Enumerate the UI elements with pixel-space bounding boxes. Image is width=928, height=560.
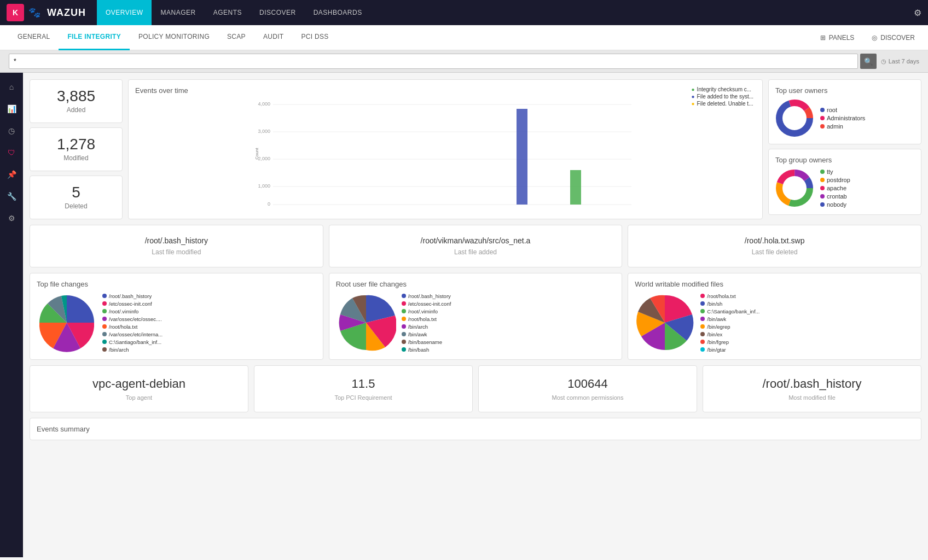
filter-search-button[interactable]: 🔍	[860, 54, 877, 69]
top-pci-value: 11.5	[263, 377, 463, 391]
svg-text:Count: Count	[254, 148, 259, 160]
top-user-owners-title: Top user owners	[775, 86, 914, 95]
panels-grid-icon: ⊞	[820, 34, 826, 42]
last-file-modified-path: /root/.bash_history	[39, 236, 314, 245]
discover-icon: ◎	[872, 34, 877, 42]
top-pci-label: Top PCI Requirement	[263, 394, 463, 401]
svg-text:3,000: 3,000	[258, 129, 270, 134]
filter-input[interactable]	[9, 54, 858, 69]
last-file-modified-desc: Last file modified	[39, 248, 314, 256]
nav-item-dashboards[interactable]: DASHBOARDS	[305, 0, 371, 25]
clock-icon: ◷	[881, 58, 886, 65]
tab-policy-monitoring[interactable]: POLICY MONITORING	[130, 25, 218, 50]
svg-point-24	[786, 109, 803, 127]
most-common-permissions-card: 100644 Most common permissions	[478, 365, 697, 412]
second-nav-right: ⊞ PANELS ◎ DISCOVER	[816, 32, 919, 44]
discover-button[interactable]: ◎ DISCOVER	[867, 32, 919, 44]
nav-item-discover[interactable]: DISCOVER	[251, 0, 305, 25]
stat-deleted-label: Deleted	[39, 202, 113, 210]
nav-item-overview[interactable]: OVERVIEW	[97, 0, 152, 25]
last-file-deleted-desc: Last file deleted	[637, 248, 912, 256]
paw-icon: 🐾	[28, 7, 40, 19]
most-modified-file-value: /root/.bash_history	[712, 377, 912, 391]
last-file-added-card: /root/vikman/wazuh/src/os_net.a Last fil…	[329, 225, 623, 267]
top-file-changes-legend: /root/.bash_history /etc/ossec-init.conf…	[102, 293, 316, 353]
settings-gear-icon[interactable]: ⚙	[914, 8, 921, 18]
main-layout: ⌂ 📊 ◷ 🛡 📌 🔧 ⚙ 3,885 Added 1,278 Modified…	[0, 73, 928, 557]
main-content: 3,885 Added 1,278 Modified 5 Deleted Eve…	[23, 73, 928, 557]
top-user-owners-legend: root Administrators admin	[820, 107, 865, 130]
most-common-permissions-label: Most common permissions	[488, 394, 688, 401]
svg-text:1,000: 1,000	[258, 183, 270, 189]
sidebar-pin-icon[interactable]: 📌	[2, 165, 21, 184]
panels-button[interactable]: ⊞ PANELS	[816, 32, 859, 44]
time-range-indicator: ◷ Last 7 days	[881, 58, 919, 65]
sidebar-home-icon[interactable]: ⌂	[2, 77, 21, 97]
nav-item-manager[interactable]: MANAGER	[152, 0, 204, 25]
top-file-changes-pie	[37, 293, 97, 353]
second-navbar: GENERAL FILE INTEGRITY POLICY MONITORING…	[0, 25, 928, 50]
top-nav-items: OVERVIEW MANAGER AGENTS DISCOVER DASHBOA…	[97, 0, 914, 25]
most-modified-file-card: /root/.bash_history Most modified file	[703, 365, 921, 412]
top-pci-card: 11.5 Top PCI Requirement	[254, 365, 473, 412]
top-navbar: K 🐾 WAZUH OVERVIEW MANAGER AGENTS DISCOV…	[0, 0, 928, 25]
most-modified-file-label: Most modified file	[712, 394, 912, 401]
top-file-changes-title: Top file changes	[37, 280, 316, 288]
last-file-deleted-card: /root/.hola.txt.swp Last file deleted	[628, 225, 921, 267]
top-file-changes-panel: Top file changes /root/.bash_	[30, 273, 323, 360]
tab-file-integrity[interactable]: FILE INTEGRITY	[59, 25, 130, 50]
top-agent-value: vpc-agent-debian	[39, 377, 239, 391]
stat-deleted-number: 5	[39, 185, 113, 200]
top-file-changes-content: /root/.bash_history /etc/ossec-init.conf…	[37, 293, 316, 353]
tab-general[interactable]: GENERAL	[9, 25, 59, 50]
svg-rect-11	[570, 170, 581, 205]
events-chart-svg: 4,000 3,000 2,000 1,000 0	[135, 99, 756, 208]
world-writable-pie	[635, 293, 695, 353]
most-common-permissions-value: 100644	[488, 377, 688, 391]
root-user-file-changes-content: /root/.bash_history /etc/ossec-init.conf…	[336, 293, 616, 353]
sidebar-chart-icon[interactable]: 📊	[2, 99, 21, 119]
stat-deleted: 5 Deleted	[30, 176, 123, 219]
top-agent-label: Top agent	[39, 394, 239, 401]
events-chart-area: 4,000 3,000 2,000 1,000 0	[135, 99, 756, 208]
legend-integrity: Integrity checksum c...	[697, 86, 751, 92]
tab-scap[interactable]: SCAP	[218, 25, 254, 50]
events-chart-title: Events over time	[135, 86, 756, 95]
last-file-added-path: /root/vikman/wazuh/src/os_net.a	[338, 236, 613, 245]
tab-pci-dss[interactable]: PCI DSS	[292, 25, 337, 50]
events-summary-panel: Events summary	[30, 418, 921, 440]
top-group-owners-title: Top group owners	[775, 156, 914, 164]
tab-audit[interactable]: AUDIT	[254, 25, 293, 50]
top-group-owners-panel: Top group owners tty postdrop	[768, 149, 921, 215]
bottom-row: vpc-agent-debian Top agent 11.5 Top PCI …	[30, 365, 921, 412]
stat-added-number: 3,885	[39, 89, 113, 104]
time-range-label: Last 7 days	[889, 58, 919, 65]
events-summary-title: Events summary	[37, 425, 914, 433]
sidebar-clock-icon[interactable]: ◷	[2, 121, 21, 141]
right-panels: Top user owners root Administrators	[768, 79, 921, 219]
sidebar-shield-icon[interactable]: 🛡	[2, 143, 21, 162]
panels-label: PANELS	[829, 34, 854, 42]
filter-bar: 🔍 ◷ Last 7 days	[0, 50, 928, 73]
pie-row: Top file changes /root/.bash_	[30, 273, 921, 360]
sidebar-gear-icon[interactable]: ⚙	[2, 208, 21, 228]
nav-item-agents[interactable]: AGENTS	[205, 0, 251, 25]
stat-modified-label: Modified	[39, 154, 113, 162]
discover-label: DISCOVER	[880, 34, 915, 42]
svg-rect-10	[517, 109, 527, 205]
stat-added: 3,885 Added	[30, 79, 123, 123]
top-agent-card: vpc-agent-debian Top agent	[30, 365, 248, 412]
last-file-deleted-path: /root/.hola.txt.swp	[637, 236, 912, 245]
sidebar: ⌂ 📊 ◷ 🛡 📌 🔧 ⚙	[0, 73, 23, 557]
top-group-owners-legend: tty postdrop apache crontab nobody	[820, 168, 850, 208]
svg-text:4,000: 4,000	[258, 101, 270, 107]
sidebar-wrench-icon[interactable]: 🔧	[2, 186, 21, 206]
wazuh-logo-text: WAZUH	[47, 7, 86, 19]
root-user-file-changes-legend: /root/.bash_history /etc/ossec-init.conf…	[402, 293, 616, 353]
svg-text:2,000: 2,000	[258, 156, 270, 161]
stat-modified-number: 1,278	[39, 137, 113, 152]
world-writable-title: World writable modified files	[635, 280, 914, 288]
world-writable-content: /root/hola.txt /bin/sh C:\Santiago/bank_…	[635, 293, 914, 353]
top-user-owners-content: root Administrators admin	[775, 99, 914, 137]
top-group-owners-content: tty postdrop apache crontab nobody	[775, 168, 914, 208]
